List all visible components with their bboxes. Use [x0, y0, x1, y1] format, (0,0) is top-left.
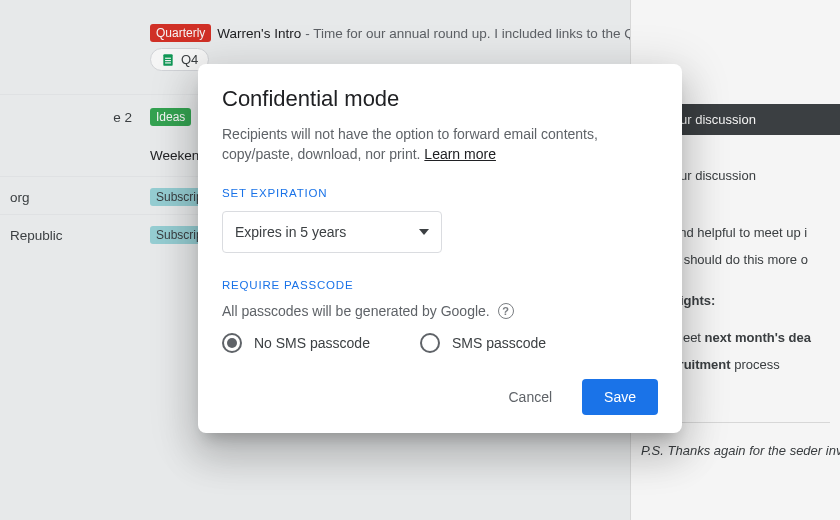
expiration-select[interactable]: Expires in 5 years: [222, 211, 442, 253]
dialog-actions: Cancel Save: [222, 379, 658, 415]
passcode-radio-group: No SMS passcode SMS passcode: [222, 333, 658, 353]
radio-icon-unselected: [420, 333, 440, 353]
radio-sms-label: SMS passcode: [452, 335, 546, 351]
radio-sms[interactable]: SMS passcode: [420, 333, 546, 353]
cancel-button[interactable]: Cancel: [486, 379, 574, 415]
passcode-section-label: REQUIRE PASSCODE: [222, 279, 658, 291]
expiration-value: Expires in 5 years: [235, 224, 346, 240]
radio-icon-selected: [222, 333, 242, 353]
save-button[interactable]: Save: [582, 379, 658, 415]
dialog-description: Recipients will not have the option to f…: [222, 124, 658, 165]
email-app-background: Quarterly Warren's Intro - Time for our …: [0, 0, 840, 520]
chevron-down-icon: [419, 229, 429, 235]
confidential-mode-dialog: Confidential mode Recipients will not ha…: [198, 64, 682, 433]
radio-no-sms[interactable]: No SMS passcode: [222, 333, 370, 353]
help-icon[interactable]: ?: [498, 303, 514, 319]
expiration-section-label: SET EXPIRATION: [222, 187, 658, 199]
dialog-title: Confidential mode: [222, 86, 658, 112]
passcode-subtext: All passcodes will be generated by Googl…: [222, 303, 658, 319]
radio-no-sms-label: No SMS passcode: [254, 335, 370, 351]
learn-more-link[interactable]: Learn more: [424, 146, 496, 162]
